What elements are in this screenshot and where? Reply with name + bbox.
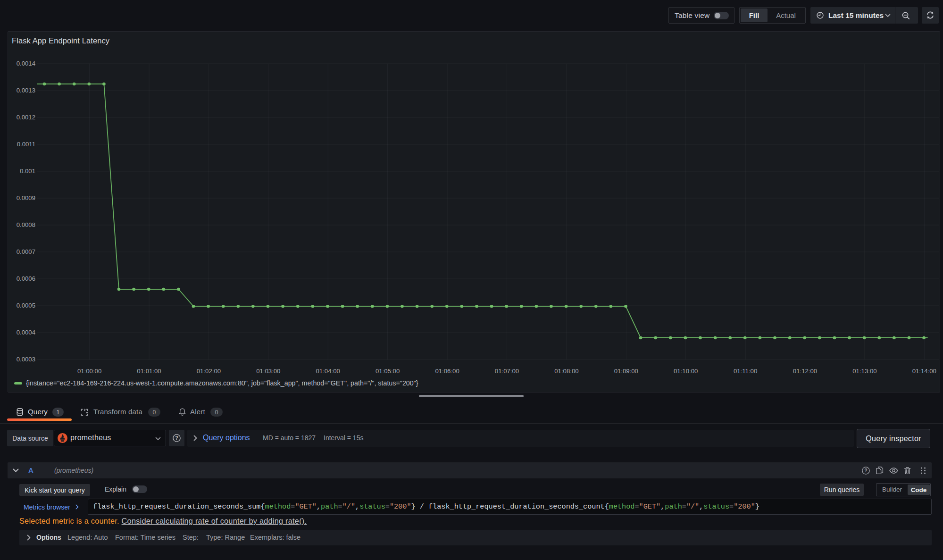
svg-text:0.0007: 0.0007 — [17, 248, 35, 255]
svg-text:?: ? — [175, 435, 178, 441]
svg-text:01:06:00: 01:06:00 — [435, 368, 459, 375]
svg-text:0.0011: 0.0011 — [17, 141, 35, 148]
svg-text:01:01:00: 01:01:00 — [137, 368, 161, 375]
svg-text:0.0006: 0.0006 — [17, 275, 35, 282]
svg-text:01:13:00: 01:13:00 — [852, 368, 876, 375]
svg-text:01:14:00: 01:14:00 — [912, 368, 936, 375]
svg-text:01:09:00: 01:09:00 — [614, 368, 638, 375]
svg-text:0.0012: 0.0012 — [17, 114, 35, 121]
svg-text:01:05:00: 01:05:00 — [376, 368, 400, 375]
svg-text:?: ? — [864, 468, 867, 473]
svg-text:01:02:00: 01:02:00 — [197, 368, 221, 375]
svg-text:0.0013: 0.0013 — [17, 87, 35, 94]
svg-text:0.0009: 0.0009 — [17, 194, 35, 201]
svg-text:01:10:00: 01:10:00 — [674, 368, 698, 375]
svg-text:01:07:00: 01:07:00 — [495, 368, 519, 375]
svg-text:01:11:00: 01:11:00 — [734, 368, 757, 375]
svg-text:0.0014: 0.0014 — [17, 60, 35, 67]
svg-text:0.001: 0.001 — [20, 167, 35, 175]
svg-text:0.0004: 0.0004 — [17, 329, 35, 336]
svg-text:01:04:00: 01:04:00 — [316, 368, 340, 375]
svg-text:0.0003: 0.0003 — [17, 356, 35, 363]
svg-text:01:12:00: 01:12:00 — [793, 368, 817, 375]
svg-text:01:00:00: 01:00:00 — [77, 368, 101, 375]
svg-text:0.0005: 0.0005 — [17, 302, 35, 309]
svg-text:01:03:00: 01:03:00 — [256, 368, 280, 375]
svg-text:01:08:00: 01:08:00 — [554, 368, 578, 375]
svg-text:0.0008: 0.0008 — [17, 221, 35, 228]
